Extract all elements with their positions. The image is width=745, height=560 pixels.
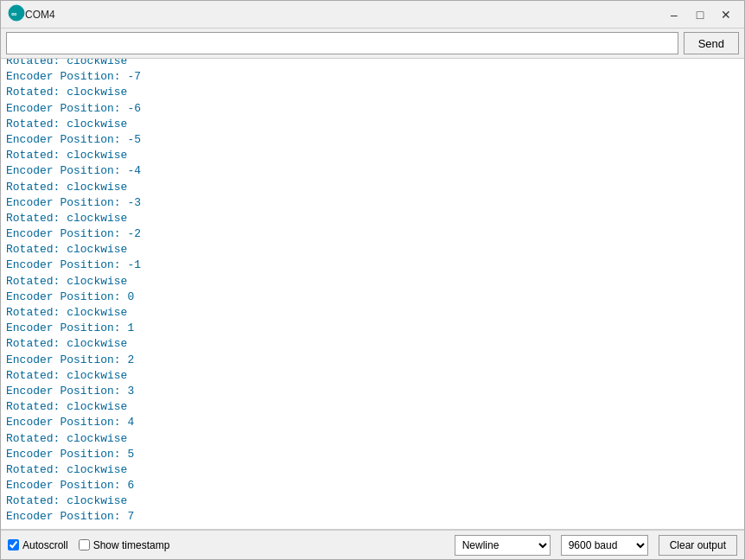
title-bar: ∞ COM4 – □ ✕ [1, 1, 744, 29]
autoscroll-label: Autoscroll [22, 539, 68, 551]
output-line: Encoder Position: 2 [6, 353, 739, 368]
output-line: Rotated: clockwise [6, 305, 739, 321]
output-line: Rotated: clockwise [6, 493, 739, 509]
output-line: Encoder Position: -2 [6, 226, 739, 242]
serial-input[interactable] [6, 32, 678, 54]
output-line: Rotated: clockwise [6, 117, 739, 132]
output-line: Encoder Position: 1 [6, 321, 739, 336]
output-line: Rotated: clockwise [6, 462, 739, 478]
output-line: Rotated: clockwise [6, 399, 739, 415]
bottom-bar: Autoscroll Show timestamp No line ending… [1, 530, 744, 559]
close-button[interactable]: ✕ [715, 5, 737, 24]
output-line: Rotated: clockwise [6, 59, 739, 69]
window-title: COM4 [25, 9, 663, 21]
output-line: Rotated: clockwise [6, 242, 739, 258]
newline-select[interactable]: No line endingNewlineCarriage returnBoth… [455, 535, 551, 556]
baud-rate-select[interactable]: 300 baud1200 baud2400 baud4800 baud9600 … [561, 535, 648, 556]
autoscroll-checkbox-label[interactable]: Autoscroll [8, 539, 68, 551]
svg-text:∞: ∞ [11, 10, 17, 18]
output-line: Encoder Position: -5 [6, 132, 739, 148]
serial-output-area: Rotated: clockwiseEncoder Position: -7Ro… [1, 59, 744, 530]
output-line: Encoder Position: -6 [6, 101, 739, 117]
minimize-button[interactable]: – [663, 5, 685, 24]
maximize-button[interactable]: □ [689, 5, 711, 24]
output-line: Encoder Position: 4 [6, 415, 739, 430]
output-line: Encoder Position: 7 [6, 509, 739, 525]
output-line: Rotated: clockwise [6, 85, 739, 100]
output-line: Encoder Position: -4 [6, 163, 739, 179]
output-line: Rotated: clockwise [6, 336, 739, 352]
input-row: Send [1, 29, 744, 59]
send-button[interactable]: Send [684, 32, 739, 54]
output-line: Rotated: clockwise [6, 368, 739, 384]
output-line: Encoder Position: 5 [6, 447, 739, 462]
output-line: Encoder Position: -1 [6, 258, 739, 273]
output-line: Rotated: clockwise [6, 274, 739, 290]
clear-output-button[interactable]: Clear output [659, 535, 737, 556]
output-line: Encoder Position: -3 [6, 195, 739, 211]
output-line: Encoder Position: 3 [6, 384, 739, 399]
output-line: Encoder Position: -7 [6, 69, 739, 85]
output-line: Encoder Position: 0 [6, 290, 739, 305]
main-window: ∞ COM4 – □ ✕ Send Rotated: clockwiseEnco… [0, 0, 745, 560]
show-timestamp-label: Show timestamp [93, 539, 170, 551]
arduino-logo-icon: ∞ [8, 4, 25, 24]
show-timestamp-checkbox[interactable] [79, 539, 90, 550]
window-controls: – □ ✕ [663, 5, 737, 24]
autoscroll-checkbox[interactable] [8, 539, 19, 550]
show-timestamp-checkbox-label[interactable]: Show timestamp [79, 539, 170, 551]
output-line: Rotated: clockwise [6, 431, 739, 447]
output-line: Rotated: clockwise [6, 180, 739, 195]
output-line: Encoder Position: 6 [6, 478, 739, 493]
output-line: Rotated: clockwise [6, 211, 739, 226]
output-line: Rotated: clockwise [6, 148, 739, 163]
